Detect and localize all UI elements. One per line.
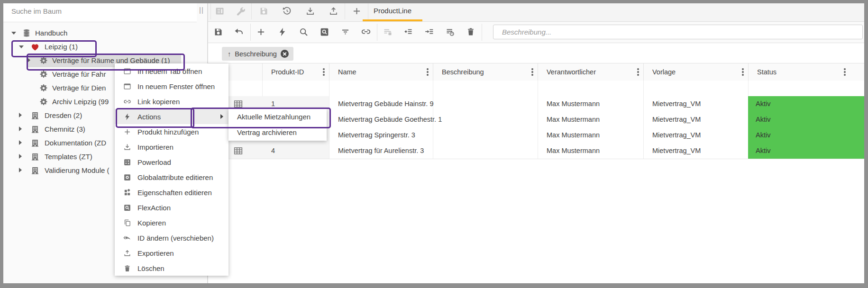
menu-item-label: Kopieren xyxy=(137,219,166,227)
expand-arrow-icon[interactable] xyxy=(19,45,24,48)
column-menu-icon[interactable] xyxy=(637,71,639,73)
expand-arrow-icon[interactable] xyxy=(19,168,22,172)
submenu-item-aktuelle-mietzahlungen[interactable]: Aktuelle Mietzahlungen xyxy=(228,109,327,125)
header-cell-produkt-id[interactable]: Produkt-ID xyxy=(262,63,329,81)
row-history-button[interactable] xyxy=(441,23,458,40)
tree-item-handbuch[interactable]: Handbuch xyxy=(0,27,207,40)
produkt-id-cell: 4 xyxy=(262,143,329,159)
undo-icon xyxy=(234,27,244,37)
database-icon xyxy=(22,28,31,38)
tree-item-label: Dresden (2) xyxy=(45,111,82,119)
table-row[interactable]: 4 Mietvertrag für Aurelienstr. 3 Max Mus… xyxy=(208,143,865,159)
menu-item-id-aendern[interactable]: ID ändern (verschieben) xyxy=(115,230,228,245)
sort-direction-arrow: ↑ xyxy=(228,50,231,58)
column-header-label: Beschreibung xyxy=(442,68,484,76)
filter-button[interactable] xyxy=(337,23,354,40)
link-button[interactable] xyxy=(357,23,375,40)
verantwortlicher-cell: Max Mustermann xyxy=(538,143,644,159)
menu-item-globalattribute[interactable]: Globalattribute editieren xyxy=(115,170,228,185)
menu-item-importieren[interactable]: Importieren xyxy=(115,139,228,154)
building-icon xyxy=(30,152,40,162)
column-menu-icon[interactable] xyxy=(323,71,325,73)
delete-button[interactable] xyxy=(462,23,479,40)
boxed-search-icon xyxy=(320,27,329,37)
add-product-button[interactable] xyxy=(252,23,269,40)
header-cell-status[interactable]: Status xyxy=(748,63,865,81)
column-header-label: Produkt-ID xyxy=(271,68,304,76)
header-cell-name[interactable]: Name xyxy=(329,63,433,81)
header-cell-vorlage[interactable]: Vorlage xyxy=(643,63,749,81)
undo-button[interactable] xyxy=(230,23,247,40)
vorlage-cell: Mietvertrag_VM xyxy=(643,127,749,143)
description-filter-input[interactable] xyxy=(493,25,863,39)
submenu-item-vertrag-archivieren[interactable]: Vertrag archivieren xyxy=(228,125,327,140)
settings-wrench-button[interactable] xyxy=(232,2,249,19)
context-menu: In neuem Tab öffnen In neuem Fenster öff… xyxy=(115,63,228,276)
tree-search-input[interactable] xyxy=(7,3,192,19)
expand-arrow-icon[interactable] xyxy=(19,140,22,145)
menu-item-produkt-hinzufuegen[interactable]: Produkt hinzufügen xyxy=(115,124,228,139)
menu-item-kopieren[interactable]: Kopieren xyxy=(115,215,228,230)
menu-item-open-in-window[interactable]: In neuem Fenster öffnen xyxy=(115,79,228,94)
menu-item-link-kopieren[interactable]: Link kopieren xyxy=(115,94,228,109)
save-button[interactable] xyxy=(255,2,272,19)
panel-splitter-handle-icon[interactable]: || xyxy=(199,6,204,14)
move-out-button[interactable] xyxy=(400,23,417,40)
sort-chip-beschreibung[interactable]: ↑ Beschreibung xyxy=(222,47,293,61)
column-menu-icon[interactable] xyxy=(742,71,744,73)
column-menu-icon[interactable] xyxy=(844,71,846,73)
menu-item-eigenschaften[interactable]: Eigenschaften editieren xyxy=(115,185,228,200)
expand-arrow-icon[interactable] xyxy=(19,154,22,159)
actions-submenu: Aktuelle Mietzahlungen Vertrag archivier… xyxy=(228,109,327,141)
move-in-button[interactable] xyxy=(420,23,438,40)
tab-productline[interactable]: ProductLine xyxy=(363,0,422,21)
menu-item-flexaction[interactable]: FlexAction xyxy=(115,200,228,215)
expand-arrow-icon[interactable] xyxy=(19,126,22,131)
restore-history-button[interactable] xyxy=(278,2,295,19)
name-cell: Mietvertrag Gebäude Hainstr. 9 xyxy=(329,96,433,112)
import-button[interactable] xyxy=(302,2,319,19)
beschreibung-cell xyxy=(433,143,538,159)
menu-item-actions[interactable]: Actions xyxy=(115,109,228,124)
tree-item-label: Verträge für Fahr xyxy=(52,70,106,78)
toolbar-separator xyxy=(482,24,482,41)
upload-icon xyxy=(123,249,131,257)
search-button[interactable] xyxy=(295,23,312,40)
flex-find-button[interactable] xyxy=(316,23,333,40)
name-cell: Mietvertrag für Aurelienstr. 3 xyxy=(329,143,433,159)
global-attributes-icon xyxy=(123,173,131,181)
active-tab-underline xyxy=(363,19,422,21)
menu-item-label: Eigenschaften editieren xyxy=(137,189,212,197)
name-cell: Mietvertrag Springerstr. 3 xyxy=(329,127,433,143)
column-header-label: Verantwortlicher xyxy=(547,68,596,76)
actions-button[interactable] xyxy=(274,23,291,40)
remove-sort-icon[interactable] xyxy=(281,50,289,58)
header-cell-beschreibung[interactable]: Beschreibung xyxy=(433,63,538,81)
plus-icon xyxy=(352,6,362,16)
column-menu-icon[interactable] xyxy=(531,71,533,73)
tree-item-leipzig[interactable]: Leipzig (1) xyxy=(0,40,207,54)
expand-arrow-icon[interactable] xyxy=(27,58,30,63)
submenu-item-label: Aktuelle Mietzahlungen xyxy=(237,113,311,121)
building-icon xyxy=(30,125,40,134)
menu-item-exportieren[interactable]: Exportieren xyxy=(115,245,228,261)
menu-item-open-in-tab[interactable]: In neuem Tab öffnen xyxy=(115,63,228,79)
table-new-row[interactable] xyxy=(208,81,865,97)
column-menu-icon[interactable] xyxy=(427,71,429,73)
lightning-icon xyxy=(123,113,131,121)
header-cell-verantwortlicher[interactable]: Verantwortlicher xyxy=(538,63,644,81)
menu-item-powerload[interactable]: Powerload xyxy=(115,154,228,170)
export-button[interactable] xyxy=(325,2,342,19)
expand-arrow-icon[interactable] xyxy=(19,113,22,117)
tree-item-label: Validierung Module ( xyxy=(45,166,109,174)
lock-rows-button[interactable] xyxy=(379,23,396,40)
status-badge: Aktiv xyxy=(748,112,865,127)
grid-save-button[interactable] xyxy=(210,23,227,40)
filter-icon xyxy=(340,27,350,37)
expand-arrow-icon[interactable] xyxy=(11,32,16,35)
status-badge: Aktiv xyxy=(748,96,865,112)
vorlage-cell: Mietvertrag_VM xyxy=(643,96,749,112)
menu-item-loeschen[interactable]: Löschen xyxy=(115,261,228,276)
gear-icon xyxy=(39,97,48,107)
form-view-button[interactable] xyxy=(211,2,228,19)
